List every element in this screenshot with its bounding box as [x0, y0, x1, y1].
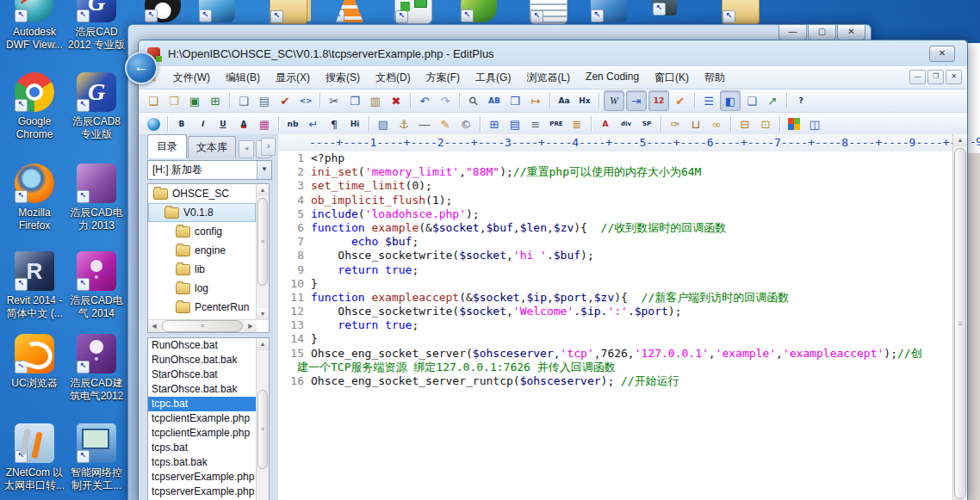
print-icon[interactable]: ▤: [255, 91, 274, 110]
hex-viewer-icon[interactable]: Hx: [575, 91, 594, 110]
tree-item[interactable]: V0.1.8: [148, 203, 256, 222]
file-item[interactable]: tcps.bat: [148, 441, 257, 455]
cut-icon[interactable]: ✂: [325, 91, 344, 110]
menu-item[interactable]: 工具(G): [468, 68, 518, 88]
title-bar[interactable]: H:\OpenIBC\OHSCE_SC\V0.1.8\tcpserverExam…: [139, 40, 967, 66]
folder-icon[interactable]: ↖: [722, 0, 760, 24]
google-chrome-shortcut[interactable]: ↖GoogleChrome: [2, 72, 67, 141]
div-icon[interactable]: div: [617, 114, 636, 133]
flowchart-app-icon[interactable]: ↖: [394, 0, 432, 24]
file-item[interactable]: StarOhsce.bat: [148, 367, 257, 382]
tree-vertical-scrollbar[interactable]: ▲ ≡ ▼: [256, 184, 269, 320]
winlogo-icon[interactable]: [785, 114, 803, 133]
file-item[interactable]: tcpclientExample.php: [148, 426, 257, 441]
tree-scroll-thumb[interactable]: ≡: [257, 198, 268, 286]
back-button[interactable]: ←: [125, 52, 158, 84]
sidebar-toggle-icon[interactable]: ◧: [720, 90, 741, 111]
word-wrap-icon[interactable]: W: [604, 90, 624, 111]
new-file-icon[interactable]: ❏: [144, 91, 163, 110]
underline-icon[interactable]: U: [214, 114, 233, 133]
script-edit-icon[interactable]: ✑: [666, 114, 685, 133]
coffee-script-icon[interactable]: ⊔: [686, 114, 705, 133]
browser-icon[interactable]: [144, 114, 163, 133]
window-close-button[interactable]: ✕: [929, 46, 955, 62]
dragon-app-icon[interactable]: ↖: [461, 0, 497, 22]
blue-app-icon[interactable]: ↖: [591, 0, 627, 22]
tree-item[interactable]: PcenterRun: [148, 298, 256, 317]
menu-item[interactable]: 浏览器(L): [518, 68, 578, 88]
menu-item[interactable]: 帮助: [697, 68, 733, 88]
color-picker-icon[interactable]: ▦: [255, 114, 274, 133]
chevron-down-icon[interactable]: ▼: [257, 161, 271, 179]
open-folder-icon[interactable]: ❒: [164, 91, 183, 110]
context-help-icon[interactable]: ?: [791, 91, 810, 110]
file-item[interactable]: StarOhsce.bat.bak: [148, 382, 257, 397]
editor-vertical-scrollbar[interactable]: ▲ ≡: [952, 134, 967, 500]
redo-icon[interactable]: ↷: [436, 91, 455, 110]
auto-indent-icon[interactable]: ⇥: [626, 90, 647, 111]
object-align-icon[interactable]: ▤: [506, 114, 524, 133]
menu-item[interactable]: 窗口(K): [647, 68, 697, 88]
mdi-minimize-button[interactable]: —: [909, 70, 926, 84]
span-icon[interactable]: SP: [637, 114, 656, 133]
drive-selector[interactable]: [H:] 新加卷 ▼: [147, 160, 272, 180]
menu-item[interactable]: 文档(D): [368, 68, 419, 88]
find-in-files-icon[interactable]: ❒: [506, 91, 524, 110]
folders-stack-icon[interactable]: ↖: [270, 0, 307, 24]
list-icon[interactable]: ≣: [568, 114, 586, 133]
mdi-restore-button[interactable]: ❐: [927, 70, 944, 84]
tree-item[interactable]: config: [148, 222, 256, 241]
tree-hscroll-thumb[interactable]: ≡: [162, 320, 243, 332]
menu-item[interactable]: Zen Coding: [578, 68, 647, 88]
font-color-icon[interactable]: A: [234, 114, 253, 133]
scroll-left-icon[interactable]: ◀: [148, 320, 160, 332]
font-size-icon[interactable]: Aa: [555, 91, 574, 110]
qq-penguin-icon[interactable]: ↖: [145, 0, 181, 22]
gstarcad-power-2013-shortcut[interactable]: ↖浩辰CAD电力 2013: [64, 164, 129, 232]
znetcom-shortcut[interactable]: ↖ZNetCom 以太网串口转...: [2, 423, 67, 492]
center-text-icon[interactable]: ≡: [526, 114, 545, 133]
syntax-check-icon[interactable]: ✔: [671, 91, 690, 110]
menu-item[interactable]: 显示(X): [268, 68, 318, 88]
copyright-icon[interactable]: ©: [456, 114, 475, 133]
bold-icon[interactable]: B: [172, 114, 191, 133]
table-icon[interactable]: ⊞: [485, 114, 504, 133]
robot-app-icon[interactable]: ↖: [653, 0, 677, 15]
save-icon[interactable]: ▣: [185, 91, 204, 110]
file-item[interactable]: tcpserverExample.php: [148, 485, 257, 499]
replace-icon[interactable]: AB: [485, 91, 504, 110]
nbsp-icon[interactable]: nb: [283, 114, 302, 133]
scroll-up-icon[interactable]: ▲: [953, 134, 967, 146]
goto-line-icon[interactable]: ↦: [526, 91, 545, 110]
named-anchor-icon[interactable]: A: [596, 114, 615, 133]
save-all-icon[interactable]: ⊞: [206, 91, 225, 110]
menu-item[interactable]: 编辑(B): [218, 68, 268, 88]
scroll-up-icon[interactable]: ▲: [257, 184, 269, 196]
text-document-icon[interactable]: ↖: [530, 0, 568, 24]
tree-item[interactable]: log: [148, 279, 256, 298]
dolphin-app-icon[interactable]: ↖: [199, 0, 235, 22]
menu-item[interactable]: 文件(W): [165, 68, 218, 88]
undo-icon[interactable]: ↶: [415, 91, 434, 110]
file-item[interactable]: RunOhsce.bat.bak: [148, 353, 257, 367]
spell-check-icon[interactable]: ✔: [276, 91, 295, 110]
mozilla-firefox-shortcut[interactable]: ↖MozillaFirefox: [2, 164, 67, 232]
scroll-right-icon[interactable]: ▶: [245, 320, 257, 332]
tab-directory[interactable]: 目录: [147, 134, 187, 158]
file-item[interactable]: tcpserverExample.php: [148, 470, 257, 485]
file-vertical-scrollbar[interactable]: ▲ ≡: [256, 338, 269, 500]
minimize-button[interactable]: —: [778, 25, 807, 40]
gstarcad-arch-elec-2012-shortcut[interactable]: ↖浩辰CAD建筑电气2012: [64, 334, 129, 403]
file-preview-icon[interactable]: ❏: [742, 91, 761, 110]
gstarcad-electrical-2014-shortcut[interactable]: ↖浩辰CAD电气 2014: [64, 251, 129, 320]
delete-icon[interactable]: ✖: [387, 91, 406, 110]
file-item[interactable]: tcpclientExample.php: [148, 411, 257, 426]
tree-horizontal-scrollbar[interactable]: ◀ ≡ ▶: [148, 319, 257, 332]
cheatsheet-icon[interactable]: ⊟: [735, 114, 754, 133]
image-icon[interactable]: ▧: [374, 114, 393, 133]
close-button[interactable]: ✕: [837, 25, 865, 40]
anchor-icon[interactable]: ⚓: [394, 114, 413, 133]
code-editor[interactable]: 1<?php2ini_set('memory_limit',"88M");//重…: [278, 151, 953, 500]
editor-scroll-thumb[interactable]: ≡: [954, 148, 966, 499]
print-preview-icon[interactable]: ❑: [234, 91, 253, 110]
